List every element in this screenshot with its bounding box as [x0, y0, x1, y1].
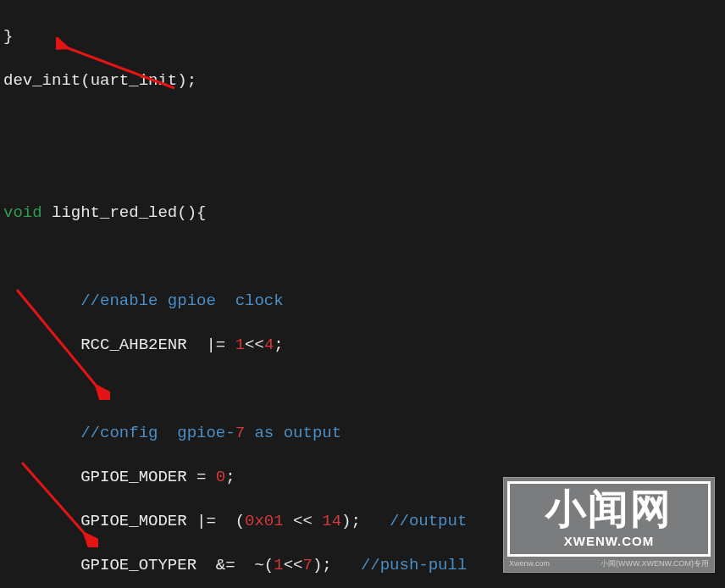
- code-line: [3, 378, 722, 400]
- comment: //config gpioe-: [3, 424, 235, 442]
- watermark-box: 小闻网 XWENW.COM: [507, 481, 711, 557]
- code-line: RCC_AHB2ENR |= 1<<4;: [3, 334, 722, 356]
- comment: //output: [390, 512, 467, 530]
- code-line: void light_red_led(){: [3, 202, 722, 224]
- code-line: [3, 114, 722, 136]
- watermark-footer-right: 小闻(WWW.XWENW.COM)专用: [600, 558, 709, 569]
- code-line: dev_init(uart_init);: [3, 69, 722, 92]
- keyword: void: [3, 203, 42, 222]
- comment: //push-pull: [361, 556, 467, 574]
- watermark-text-cn: 小闻网: [518, 489, 700, 530]
- watermark-footer: Xwenw.com 小闻(WWW.XWENW.COM)专用: [507, 557, 711, 569]
- code-line: }: [3, 25, 722, 47]
- watermark-text-en: XWENW.COM: [518, 533, 700, 551]
- code-line: //config gpioe-7 as output: [3, 422, 722, 444]
- brace: }: [3, 27, 13, 46]
- code-line: //enable gpioe clock: [3, 290, 722, 312]
- comment: //enable gpioe clock: [3, 291, 284, 310]
- fn-call: dev_init: [3, 71, 80, 90]
- code-line: [3, 246, 722, 268]
- watermark-footer-left: Xwenw.com: [509, 558, 550, 569]
- code-line: [3, 158, 722, 180]
- watermark: 小闻网 XWENW.COM Xwenw.com 小闻(WWW.XWENW.COM…: [503, 477, 715, 573]
